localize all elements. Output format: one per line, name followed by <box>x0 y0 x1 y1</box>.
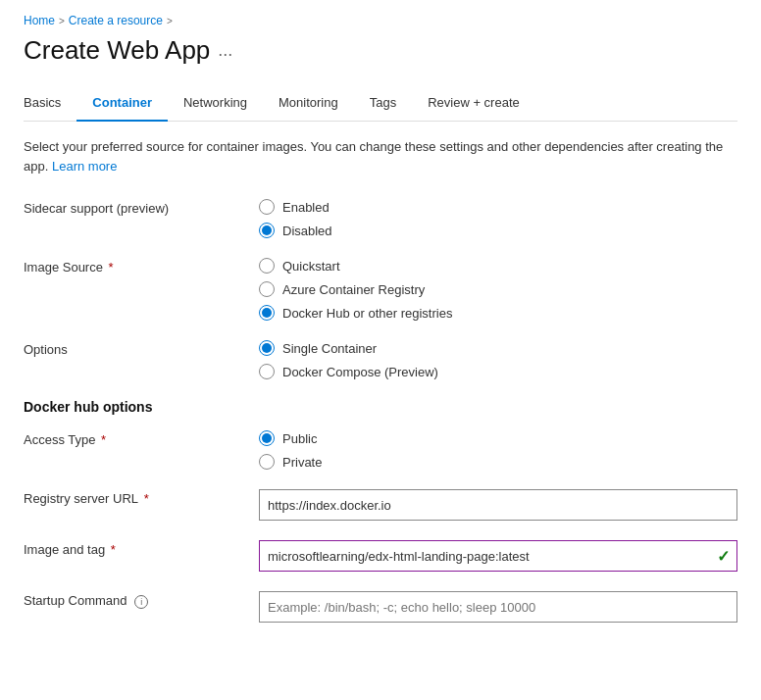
option-single-radio[interactable] <box>259 340 275 356</box>
access-public-radio[interactable] <box>259 430 275 446</box>
option-compose-label: Docker Compose (Preview) <box>282 365 438 379</box>
access-type-control: Public Private <box>259 430 737 470</box>
startup-command-label: Startup Command i <box>24 591 259 609</box>
options-row: Options Single Container Docker Compose … <box>24 340 737 379</box>
registry-url-control <box>259 489 737 521</box>
learn-more-link[interactable]: Learn more <box>52 159 117 174</box>
tab-review-create[interactable]: Review + create <box>412 85 535 122</box>
image-source-required: * <box>105 260 114 275</box>
registry-url-required: * <box>140 491 149 506</box>
tab-networking[interactable]: Networking <box>168 85 263 122</box>
breadcrumb: Home > Create a resource > <box>24 8 737 27</box>
page-title: Create Web App <box>24 35 210 66</box>
option-single-label: Single Container <box>282 341 377 356</box>
breadcrumb-home[interactable]: Home <box>24 14 55 27</box>
registry-url-input[interactable] <box>259 489 737 521</box>
sidecar-support-group: Enabled Disabled <box>259 199 737 238</box>
sidecar-enabled-label: Enabled <box>282 200 330 215</box>
access-type-row: Access Type * Public Private <box>24 430 737 470</box>
sidecar-enabled-radio[interactable] <box>259 199 275 215</box>
startup-command-input[interactable] <box>259 591 737 623</box>
source-acr-label: Azure Container Registry <box>282 282 425 297</box>
source-quickstart-label: Quickstart <box>282 259 340 274</box>
sidecar-enabled-option[interactable]: Enabled <box>259 199 737 215</box>
docker-hub-section-header: Docker hub options <box>24 399 737 415</box>
breadcrumb-sep-2: > <box>167 16 173 26</box>
tab-basics[interactable]: Basics <box>24 85 76 122</box>
access-private-radio[interactable] <box>259 454 275 470</box>
access-public-label: Public <box>282 431 317 446</box>
source-acr-radio[interactable] <box>259 281 275 297</box>
tab-container[interactable]: Container <box>76 85 168 122</box>
image-source-label: Image Source * <box>24 258 259 275</box>
image-tag-input-wrapper: ✓ <box>259 540 737 572</box>
tabs-nav: Basics Container Networking Monitoring T… <box>24 85 737 122</box>
sidecar-disabled-label: Disabled <box>282 224 332 238</box>
registry-url-label: Registry server URL * <box>24 489 259 506</box>
access-public-option[interactable]: Public <box>259 430 737 446</box>
page-title-row: Create Web App ... <box>24 35 737 66</box>
image-tag-control: ✓ <box>259 540 737 572</box>
breadcrumb-create-resource[interactable]: Create a resource <box>69 14 163 27</box>
startup-command-row: Startup Command i <box>24 591 737 623</box>
source-quickstart-option[interactable]: Quickstart <box>259 258 737 274</box>
sidecar-disabled-option[interactable]: Disabled <box>259 223 737 238</box>
tab-monitoring[interactable]: Monitoring <box>263 85 354 122</box>
access-type-group: Public Private <box>259 430 737 470</box>
sidecar-support-row: Sidecar support (preview) Enabled Disabl… <box>24 199 737 238</box>
page-options-dots[interactable]: ... <box>218 40 232 61</box>
image-source-row: Image Source * Quickstart Azure Containe… <box>24 258 737 321</box>
section-description: Select your preferred source for contain… <box>24 137 737 175</box>
image-tag-input[interactable] <box>259 540 737 572</box>
startup-command-control <box>259 591 737 623</box>
options-group: Single Container Docker Compose (Preview… <box>259 340 737 379</box>
image-tag-label: Image and tag * <box>24 540 259 557</box>
access-private-label: Private <box>282 455 322 470</box>
source-quickstart-radio[interactable] <box>259 258 275 274</box>
image-tag-valid-icon: ✓ <box>717 547 730 566</box>
source-dockerhub-radio[interactable] <box>259 305 275 321</box>
sidecar-support-control: Enabled Disabled <box>259 199 737 238</box>
tab-tags[interactable]: Tags <box>354 85 412 122</box>
option-single-option[interactable]: Single Container <box>259 340 737 356</box>
options-control: Single Container Docker Compose (Preview… <box>259 340 737 379</box>
access-type-label: Access Type * <box>24 430 259 447</box>
options-label: Options <box>24 340 259 357</box>
image-tag-row: Image and tag * ✓ <box>24 540 737 572</box>
image-tag-required: * <box>107 542 116 557</box>
sidecar-disabled-radio[interactable] <box>259 223 275 238</box>
registry-url-row: Registry server URL * <box>24 489 737 521</box>
image-source-control: Quickstart Azure Container Registry Dock… <box>259 258 737 321</box>
startup-command-info-icon[interactable]: i <box>134 595 148 609</box>
option-compose-option[interactable]: Docker Compose (Preview) <box>259 364 737 379</box>
image-source-group: Quickstart Azure Container Registry Dock… <box>259 258 737 321</box>
source-acr-option[interactable]: Azure Container Registry <box>259 281 737 297</box>
access-type-required: * <box>97 432 106 447</box>
source-dockerhub-label: Docker Hub or other registries <box>282 306 452 321</box>
breadcrumb-sep-1: > <box>59 16 65 26</box>
source-dockerhub-option[interactable]: Docker Hub or other registries <box>259 305 737 321</box>
sidecar-support-label: Sidecar support (preview) <box>24 199 259 216</box>
access-private-option[interactable]: Private <box>259 454 737 470</box>
option-compose-radio[interactable] <box>259 364 275 379</box>
